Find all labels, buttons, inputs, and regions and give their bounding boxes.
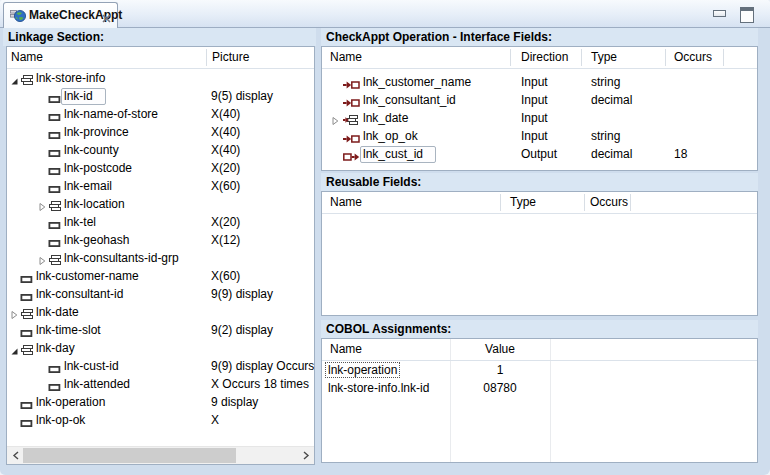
- picture-value: 9(2) display: [211, 321, 273, 339]
- interface-row-lnk_date[interactable]: lnk_dateInput: [322, 109, 757, 127]
- tree-item-lnk-customer-name[interactable]: lnk-customer-nameX(60): [7, 267, 314, 285]
- tree-item-lnk-op-ok[interactable]: lnk-op-okX: [7, 411, 314, 429]
- assignment-name[interactable]: lnk-operation: [328, 361, 400, 379]
- item-label: lnk-op-ok: [36, 411, 85, 429]
- scroll-left-icon[interactable]: [7, 447, 24, 464]
- column-divider[interactable]: [723, 49, 724, 66]
- column-divider[interactable]: [581, 49, 582, 66]
- interface-row-lnk_consultant_id[interactable]: lnk_consultant_idInputdecimal: [322, 91, 757, 109]
- picture-value: X(20): [211, 213, 240, 231]
- collapsed-icon[interactable]: [330, 113, 341, 124]
- tree-item-lnk-county[interactable]: lnk-countyX(40): [7, 141, 314, 159]
- tree-item-lnk-cust-id[interactable]: lnk-cust-id9(9) display Occurs 18 times: [7, 357, 314, 375]
- type-value: string: [591, 127, 620, 145]
- expanded-icon[interactable]: [9, 343, 20, 354]
- cobol-table-header: Name Value: [322, 339, 757, 361]
- item-label: lnk-id: [61, 88, 106, 105]
- tree-item-lnk-consultant-id[interactable]: lnk-consultant-id9(9) display: [7, 285, 314, 303]
- column-header-type[interactable]: Type: [591, 47, 617, 67]
- direction-value: Input: [521, 109, 548, 127]
- linkage-table-header: Name Picture: [7, 47, 314, 69]
- column-header-occurs[interactable]: Occurs: [674, 47, 712, 67]
- item-label: lnk-store-info: [36, 69, 105, 87]
- tree-item-lnk-consultants-id-grp[interactable]: lnk-consultants-id-grp: [7, 249, 314, 267]
- collapsed-icon[interactable]: [9, 307, 20, 318]
- column-divider[interactable]: [584, 194, 585, 211]
- picture-value: X(60): [211, 177, 240, 195]
- tree-item-lnk-email[interactable]: lnk-emailX(60): [7, 177, 314, 195]
- column-header-name[interactable]: Name: [330, 47, 362, 67]
- direction-value: Input: [521, 127, 548, 145]
- column-header-picture[interactable]: Picture: [212, 47, 249, 67]
- column-header-occurs[interactable]: Occurs: [590, 192, 628, 212]
- interface-fields-title: CheckAppt Operation - Interface Fields:: [321, 28, 758, 46]
- item-label: lnk-consultants-id-grp: [64, 249, 179, 267]
- horizontal-scrollbar[interactable]: [7, 446, 314, 464]
- occurs-value: 18: [674, 145, 687, 163]
- tree-item-lnk-date[interactable]: lnk-date: [7, 303, 314, 321]
- interface-row-lnk_customer_name[interactable]: lnk_customer_nameInputstring: [322, 73, 757, 91]
- assignment-value[interactable]: 1: [450, 361, 550, 379]
- column-header-name[interactable]: Name: [330, 192, 362, 212]
- tab-close-icon[interactable]: [101, 10, 112, 21]
- collapsed-icon[interactable]: [37, 199, 48, 210]
- minimize-button[interactable]: [713, 10, 726, 17]
- assignment-row-lnk-store-info.lnk-id[interactable]: lnk-store-info.lnk-id08780: [322, 379, 757, 397]
- reusable-table-header: Name Type Occurs: [322, 192, 757, 214]
- maximize-button[interactable]: [740, 7, 754, 23]
- column-header-value[interactable]: Value: [450, 339, 550, 359]
- type-value: decimal: [591, 91, 632, 109]
- picture-value: X(12): [211, 231, 240, 249]
- tree-item-lnk-id[interactable]: lnk-id9(5) display: [7, 87, 314, 105]
- item-label: lnk_date: [363, 109, 408, 127]
- cobol-assignments-table: Name Value lnk-operation1lnk-store-info.…: [321, 338, 758, 463]
- column-divider[interactable]: [665, 49, 666, 66]
- interface-row-lnk_op_ok[interactable]: lnk_op_okInputstring: [322, 127, 757, 145]
- column-divider[interactable]: [206, 49, 207, 66]
- column-header-type[interactable]: Type: [510, 192, 536, 212]
- output-icon: [343, 149, 360, 167]
- picture-value: X(60): [211, 267, 240, 285]
- field-icon: [20, 415, 33, 433]
- column-divider[interactable]: [510, 49, 511, 66]
- reusable-fields-table: Name Type Occurs: [321, 191, 758, 316]
- picture-value: X(40): [211, 123, 240, 141]
- column-divider[interactable]: [500, 194, 501, 211]
- item-label: lnk-postcode: [64, 159, 132, 177]
- tree-item-lnk-store-info[interactable]: lnk-store-info: [7, 69, 314, 87]
- column-header-name[interactable]: Name: [11, 47, 43, 67]
- tree-item-lnk-postcode[interactable]: lnk-postcodeX(20): [7, 159, 314, 177]
- picture-value: X(40): [211, 105, 240, 123]
- tree-item-lnk-geohash[interactable]: lnk-geohashX(12): [7, 231, 314, 249]
- item-label: lnk_op_ok: [363, 127, 418, 145]
- tree-item-lnk-attended[interactable]: lnk-attendedX Occurs 18 times: [7, 375, 314, 393]
- expanded-icon[interactable]: [9, 73, 20, 84]
- tree-item-lnk-operation[interactable]: lnk-operation9 display: [7, 393, 314, 411]
- direction-value: Input: [521, 73, 548, 91]
- program-globe-icon: [10, 7, 26, 23]
- interface-row-lnk_cust_id[interactable]: lnk_cust_idOutputdecimal18: [322, 145, 757, 163]
- column-header-name[interactable]: Name: [330, 339, 362, 359]
- item-label: lnk-email: [64, 177, 112, 195]
- tree-item-lnk-tel[interactable]: lnk-telX(20): [7, 213, 314, 231]
- interface-table-header: Name Direction Type Occurs: [322, 47, 757, 69]
- linkage-table: Name Picture lnk-store-infolnk-id9(5) di…: [6, 46, 315, 465]
- tree-item-lnk-time-slot[interactable]: lnk-time-slot9(2) display: [7, 321, 314, 339]
- tree-item-lnk-province[interactable]: lnk-provinceX(40): [7, 123, 314, 141]
- editor-window: MakeCheckAppt Linkage Section: CheckAppt…: [0, 0, 770, 475]
- tree-item-lnk-name-of-store[interactable]: lnk-name-of-storeX(40): [7, 105, 314, 123]
- scroll-right-icon[interactable]: [297, 447, 314, 464]
- column-header-direction[interactable]: Direction: [521, 47, 568, 67]
- scrollbar-thumb[interactable]: [23, 448, 236, 463]
- assignment-row-lnk-operation[interactable]: lnk-operation1: [322, 361, 757, 379]
- tree-item-lnk-day[interactable]: lnk-day: [7, 339, 314, 357]
- item-label: lnk-day: [36, 339, 75, 357]
- assignment-value[interactable]: 08780: [450, 379, 550, 397]
- assignment-name[interactable]: lnk-store-info.lnk-id: [328, 379, 429, 397]
- item-label: lnk-consultant-id: [36, 285, 123, 303]
- column-divider[interactable]: [630, 194, 631, 211]
- tab-makecheckappt[interactable]: MakeCheckAppt: [3, 2, 118, 28]
- collapsed-icon[interactable]: [37, 253, 48, 264]
- tree-item-lnk-location[interactable]: lnk-location: [7, 195, 314, 213]
- linkage-section-title: Linkage Section:: [3, 28, 316, 46]
